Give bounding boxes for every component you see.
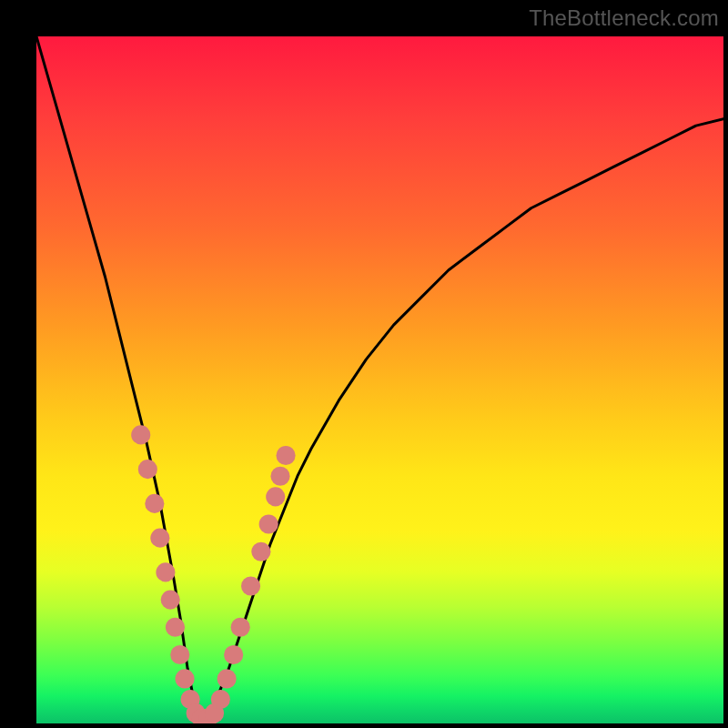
curve-dot [176,669,195,688]
chart-frame: TheBottleneck.com [0,0,728,728]
curve-dot [150,529,169,548]
plot-area [36,36,723,723]
curve-dot [241,576,260,595]
curve-dot [138,460,157,479]
curve-dot [276,446,295,465]
curve-dot [131,425,150,444]
curve-dots [131,425,295,723]
curve-dot [156,562,175,581]
watermark-text: TheBottleneck.com [529,5,719,31]
curve-dot [270,467,289,486]
curve-dot [217,669,237,688]
curve-dot [145,494,164,513]
bottleneck-curve [36,36,723,716]
curve-dot [231,618,250,637]
curve-dot [266,487,285,506]
curve-dot [251,542,270,561]
curve-dot [161,591,180,610]
curve-dot [259,514,278,533]
curve-dot [166,618,185,637]
curve-dot [211,690,230,709]
curve-dot [170,645,189,664]
bottleneck-curve-svg [36,36,723,723]
curve-dot [224,645,243,664]
